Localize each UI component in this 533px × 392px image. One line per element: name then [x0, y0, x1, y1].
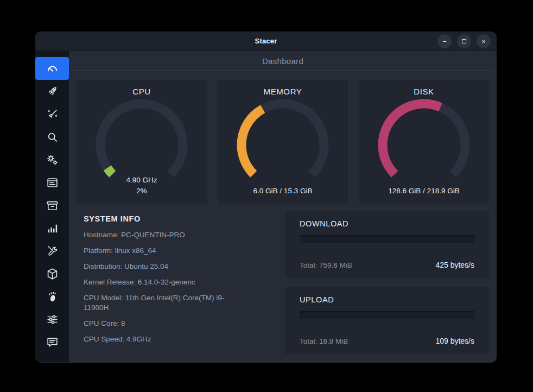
- main-area: Dashboard CPU 4.90 GHz 2%: [69, 51, 497, 362]
- disk-gauge: [375, 96, 473, 181]
- close-button[interactable]: ×: [477, 34, 491, 48]
- minimize-icon: −: [442, 37, 447, 46]
- download-title: DOWNLOAD: [300, 219, 474, 228]
- page-header: Dashboard: [72, 51, 494, 71]
- sidebar-item-system-cleaner[interactable]: [35, 103, 69, 125]
- upload-title: UPLOAD: [300, 295, 474, 304]
- upload-rate: 109 bytes/s: [435, 337, 474, 345]
- info-hostname: Hostname: PC-QUENTIN-PRO: [84, 230, 246, 240]
- feedback-bubble-icon: [46, 336, 59, 349]
- window-controls: − ×: [437, 34, 491, 48]
- cpu-usage-percent: 2%: [77, 186, 207, 197]
- sidebar-item-resources[interactable]: [35, 217, 69, 239]
- page-title: Dashboard: [262, 56, 303, 66]
- memory-gauge-text: 6.0 GiB / 15.3 GiB: [218, 186, 348, 197]
- cpu-card: CPU 4.90 GHz 2%: [77, 80, 207, 204]
- upload-progress-bar: [300, 311, 474, 319]
- rocket-icon: [46, 85, 59, 98]
- stacer-window: Stacer − ×: [35, 31, 497, 363]
- upload-card: UPLOAD Total: 16.8 MiB 109 bytes/s: [285, 287, 489, 354]
- sidebar-item-helpers[interactable]: [35, 239, 69, 262]
- window-title: Stacer: [255, 37, 277, 45]
- info-kernel-release: Kernel Release: 6.14.0-32-generic: [84, 277, 246, 287]
- memory-card-title: MEMORY: [218, 87, 348, 96]
- gnome-foot-icon: [46, 290, 59, 304]
- close-icon: ×: [481, 37, 486, 46]
- dashboard-gauge-icon: [46, 62, 59, 75]
- maximize-icon: [462, 39, 466, 43]
- disk-gauge-text: 128.6 GiB / 218.9 GiB: [359, 186, 489, 197]
- system-info-heading: SYSTEM INFO: [84, 214, 285, 223]
- processes-window-icon: [46, 176, 59, 189]
- info-cpu-speed: CPU Speed: 4.9GHz: [84, 334, 246, 344]
- cpu-frequency: 4.90 GHz: [77, 175, 207, 186]
- sidebar-item-dashboard[interactable]: [35, 57, 69, 80]
- network-panel: DOWNLOAD Total: 759.6 MiB 425 bytes/s UP…: [285, 211, 489, 354]
- cpu-gauge-text: 4.90 GHz 2%: [77, 175, 207, 197]
- cpu-card-title: CPU: [77, 87, 207, 96]
- tools-icon: [46, 244, 59, 258]
- disk-card-title: DISK: [359, 87, 489, 96]
- memory-gauge: [234, 96, 332, 181]
- sidebar: [35, 51, 69, 362]
- sidebar-item-apt-repository[interactable]: [35, 262, 69, 285]
- search-icon: [46, 130, 59, 144]
- info-cpu-core: CPU Core: 8: [84, 319, 246, 328]
- sidebar-item-search[interactable]: [35, 125, 69, 148]
- sliders-icon: [46, 313, 59, 326]
- disk-usage-value: 128.6 GiB / 218.9 GiB: [359, 186, 489, 197]
- sidebar-item-gnome-settings[interactable]: [35, 285, 69, 308]
- info-cpu-model: CPU Model: 11th Gen Intel(R) Core(TM) i9…: [84, 293, 246, 313]
- sidebar-item-settings[interactable]: [35, 308, 69, 331]
- sidebar-item-uninstaller[interactable]: [35, 194, 69, 217]
- sidebar-item-services[interactable]: [35, 148, 69, 171]
- download-total: Total: 759.6 MiB: [300, 261, 352, 269]
- sidebar-item-startup-apps[interactable]: [35, 80, 69, 103]
- download-progress-bar: [300, 235, 474, 243]
- titlebar: Stacer − ×: [35, 31, 497, 51]
- minimize-button[interactable]: −: [437, 34, 452, 48]
- download-rate: 425 bytes/s: [435, 261, 474, 269]
- package-cube-icon: [46, 267, 59, 281]
- cleaner-brush-icon: [46, 108, 59, 121]
- maximize-button[interactable]: [457, 34, 471, 48]
- sidebar-item-processes[interactable]: [35, 171, 69, 194]
- uninstaller-box-icon: [46, 199, 59, 212]
- gears-icon: [46, 153, 59, 167]
- cpu-gauge: [93, 96, 191, 181]
- info-distribution: Distribution: Ubuntu 25.04: [84, 262, 246, 271]
- memory-usage-value: 6.0 GiB / 15.3 GiB: [218, 186, 348, 197]
- info-platform: Platform: linux x86_64: [84, 246, 246, 256]
- memory-card: MEMORY 6.0 GiB / 15.3 GiB: [218, 80, 348, 204]
- disk-card: DISK 128.6 GiB / 218.9 GiB: [359, 80, 489, 204]
- bar-chart-icon: [46, 222, 59, 235]
- system-info-panel: SYSTEM INFO Hostname: PC-QUENTIN-PRO Pla…: [77, 211, 285, 354]
- gauges-row: CPU 4.90 GHz 2% MEMORY: [77, 80, 489, 204]
- upload-total: Total: 16.8 MiB: [300, 337, 348, 345]
- sidebar-item-feedback[interactable]: [35, 331, 69, 353]
- download-card: DOWNLOAD Total: 759.6 MiB 425 bytes/s: [285, 211, 489, 278]
